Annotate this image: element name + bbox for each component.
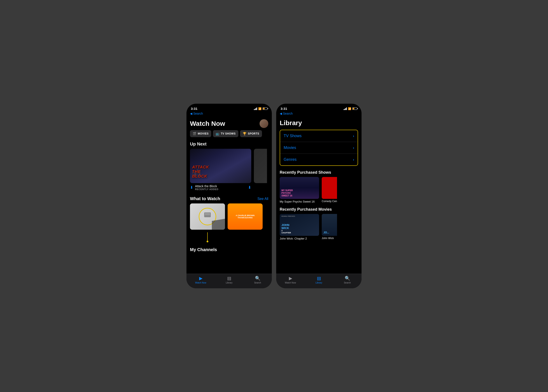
up-next-name-1: Attack the Block <box>195 184 218 188</box>
tv-shows-label: TV SHOWS <box>221 132 236 135</box>
sports-pill[interactable]: 🏆 SPORTS <box>240 130 262 137</box>
what-to-watch-scroll: Library A CHARLIE BROWN THANKSGIVING <box>186 203 272 232</box>
watch-now-content: Watch Now 🎬 MOVIES 📺 TV SHOWS 🏆 SPORTS <box>186 117 272 274</box>
genres-menu-item[interactable]: Genres › <box>280 154 358 165</box>
library-tab-icon-right: ▤ <box>317 276 321 281</box>
tab-library-right[interactable]: ▤ Library <box>305 276 333 284</box>
what-to-watch-header: What to Watch See All <box>186 194 272 203</box>
svg-point-1 <box>206 241 208 242</box>
attack-block-thumbnail: ATTACKTHEBLOCK <box>190 149 251 183</box>
screenshots-container: 3:31 📶 ◀ Search Watch <box>186 104 362 288</box>
up-next-item-1[interactable]: ATTACKTHEBLOCK ⬇ Attack the Block RECENT… <box>190 149 251 192</box>
movies-pill[interactable]: 🎬 MOVIES <box>190 130 211 137</box>
movies-icon: 🎬 <box>192 132 197 135</box>
my-channels-title: My Channels <box>186 245 272 254</box>
user-avatar[interactable] <box>260 119 268 128</box>
tab-bar-left: ▶ Watch Now ▤ Library 🔍 Search <box>186 274 272 288</box>
comedy-central-card-partial: CC Comedy Cent... <box>322 177 337 203</box>
library-card[interactable]: Library <box>190 203 225 230</box>
charlie-brown-card[interactable]: A CHARLIE BROWN THANKSGIVING <box>228 203 263 230</box>
back-label-left: Search <box>193 112 203 115</box>
up-next-scroll: ATTACKTHEBLOCK ⬇ Attack the Block RECENT… <box>186 149 272 194</box>
back-arrow-icon: ◀ <box>190 112 192 115</box>
signal-icon-right <box>344 107 347 110</box>
tv-shows-menu-item[interactable]: TV Shows › <box>280 130 358 142</box>
wifi-icon-right: 📶 <box>348 107 351 110</box>
library-tab-icon-left: ▤ <box>227 276 231 281</box>
john-wick-2-thumbnail: KEANU REEVES JOHNWICK2 CHAPTER <box>280 214 319 236</box>
watch-now-tab-label: Watch Now <box>195 281 206 284</box>
recently-purchased-shows-scroll: MY SUPERPSYCHOSWEET 16 My Super Psycho S… <box>276 177 362 206</box>
library-tab-label-right: Library <box>316 281 322 284</box>
psycho-sweet-16-card[interactable]: MY SUPERPSYCHOSWEET 16 My Super Psycho S… <box>280 177 319 203</box>
download-icon-1: ⬇ <box>190 185 193 190</box>
search-tab-label-right: Search <box>344 281 351 284</box>
tv-shows-chevron: › <box>353 134 354 138</box>
status-icons-right: 📶 <box>344 107 357 110</box>
tab-search-left[interactable]: 🔍 Search <box>243 276 272 284</box>
john-wick-label: John Wick <box>322 236 337 240</box>
download-icon-right: ⬇ <box>248 185 251 190</box>
sports-icon: 🏆 <box>243 132 247 135</box>
what-to-watch-title: What to Watch <box>190 196 220 201</box>
search-tab-label-left: Search <box>254 281 261 284</box>
tab-library-left[interactable]: ▤ Library <box>215 276 243 284</box>
watch-now-tab-icon: ▶ <box>199 276 202 281</box>
tv-shows-label: TV Shows <box>284 134 302 138</box>
signal-icon <box>254 107 257 110</box>
search-tab-icon-right: 🔍 <box>345 276 350 281</box>
watch-now-title: Watch Now <box>190 120 225 127</box>
genres-label: Genres <box>284 157 297 162</box>
status-time-right: 3:31 <box>281 107 287 111</box>
wifi-icon: 📶 <box>258 107 262 110</box>
status-bar-right: 3:31 📶 <box>276 104 362 111</box>
psycho-title: MY SUPERPSYCHOSWEET 16 <box>281 189 293 197</box>
nav-back-left[interactable]: ◀ Search <box>186 111 272 117</box>
battery-icon <box>263 107 267 110</box>
genres-chevron: › <box>353 158 354 162</box>
keanu-text: KEANU REEVES <box>281 215 295 217</box>
watch-now-tab-icon-right: ▶ <box>289 276 292 281</box>
movies-menu-item[interactable]: Movies › <box>280 142 358 154</box>
tab-watch-now-left[interactable]: ▶ Watch Now <box>186 276 215 284</box>
movies-chevron: › <box>353 146 354 150</box>
left-phone-screen: 3:31 📶 ◀ Search Watch <box>186 104 272 288</box>
up-next-title: Up Next <box>186 140 272 149</box>
nav-back-right[interactable]: ◀ Search <box>276 111 362 117</box>
battery-icon-right <box>352 107 357 110</box>
see-all-button[interactable]: See All <box>257 197 268 201</box>
back-label-right: Search <box>283 112 293 115</box>
up-next-sub-1: RECENTLY ADDED <box>195 188 218 190</box>
john-wick-card-partial: JO... John Wick <box>322 214 337 240</box>
tab-search-right[interactable]: 🔍 Search <box>333 276 362 284</box>
status-bar-left: 3:31 📶 <box>186 104 272 111</box>
john-wick-2-text: JOHNWICK2 CHAPTER <box>281 224 291 234</box>
tv-shows-pill[interactable]: 📺 TV SHOWS <box>213 130 238 137</box>
library-title: Library <box>276 117 362 130</box>
john-wick-2-card[interactable]: KEANU REEVES JOHNWICK2 CHAPTER John Wick… <box>280 214 319 240</box>
tv-icon: 📺 <box>216 132 220 135</box>
attack-block-movie-title: ATTACKTHEBLOCK <box>192 165 209 179</box>
psycho-label: My Super Psycho Sweet 16 <box>280 199 319 203</box>
annotation-arrow <box>186 232 272 245</box>
tab-bar-right: ▶ Watch Now ▤ Library 🔍 Search <box>276 274 362 288</box>
library-content: Library TV Shows › Movies › Genres › Rec… <box>276 117 362 274</box>
status-time-left: 3:31 <box>191 107 197 111</box>
john-wick-2-label: John Wick: Chapter 2 <box>280 236 319 240</box>
recently-purchased-movies-title: Recently Purchased Movies <box>276 206 362 214</box>
movies-label: Movies <box>284 146 296 150</box>
library-card-label: Library <box>204 218 211 221</box>
status-icons-left: 📶 <box>254 107 267 110</box>
category-pills: 🎬 MOVIES 📺 TV SHOWS 🏆 SPORTS <box>186 130 272 140</box>
library-menu: TV Shows › Movies › Genres › <box>280 130 358 166</box>
watch-now-tab-label-right: Watch Now <box>285 281 296 284</box>
back-arrow-icon-right: ◀ <box>280 112 282 115</box>
recently-purchased-shows-title: Recently Purchased Shows <box>276 169 362 177</box>
library-tab-label-left: Library <box>226 281 233 284</box>
watch-now-header: Watch Now <box>186 117 272 130</box>
movies-label: MOVIES <box>198 132 209 135</box>
recently-purchased-movies-scroll: KEANU REEVES JOHNWICK2 CHAPTER John Wick… <box>276 214 362 243</box>
tab-watch-now-right[interactable]: ▶ Watch Now <box>276 276 305 284</box>
charlie-brown-label: A CHARLIE BROWN THANKSGIVING <box>229 214 261 219</box>
sports-label: SPORTS <box>248 132 259 135</box>
